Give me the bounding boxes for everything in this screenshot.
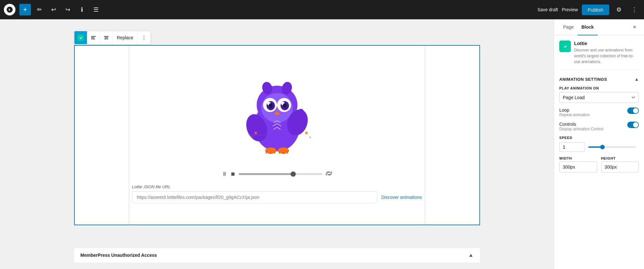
svg-rect-2 (91, 37, 94, 38)
more-block-options-button[interactable]: ⋮ (138, 31, 150, 44)
memberpress-section: MemberPress Unauthorized Access ▲ (74, 247, 480, 263)
progress-track[interactable] (239, 173, 322, 175)
lottie-block: ⏸ ⏹ (74, 45, 480, 225)
block-wrapper: Replace ⋮ (74, 45, 480, 225)
speed-label: Speed (559, 136, 639, 140)
speed-input[interactable] (559, 142, 585, 152)
svg-point-19 (283, 103, 287, 108)
loop-label: Loop (559, 107, 590, 113)
undo-button[interactable]: ↩ (48, 4, 59, 15)
speed-row: Speed (559, 136, 639, 152)
play-on-select[interactable]: Page Load Hover Click None (559, 92, 639, 103)
discover-animations-link[interactable]: Discover animations (381, 195, 422, 200)
url-area: Lottie JSON file URL Discover animations (132, 184, 422, 203)
editor-area: Replace ⋮ (0, 19, 554, 269)
svg-rect-5 (105, 37, 108, 38)
redo-button[interactable]: ↪ (62, 4, 73, 15)
save-draft-button[interactable]: Save draft (537, 7, 558, 12)
svg-rect-4 (104, 36, 109, 37)
height-input[interactable] (601, 162, 639, 172)
animation-settings-section: Animation Settings ▲ PLAY ANIMATION ON P… (559, 77, 639, 172)
svg-rect-38 (562, 43, 568, 50)
loop-toggle-row: Loop Repeat animation (559, 107, 639, 117)
loop-sublabel: Repeat animation (559, 113, 590, 117)
url-label: Lottie JSON file URL (132, 184, 422, 189)
preview-button[interactable]: Preview (562, 7, 578, 12)
block-toolbar: Replace ⋮ (74, 31, 151, 44)
stop-button[interactable]: ⏹ (230, 171, 235, 177)
url-input[interactable] (132, 191, 378, 203)
top-toolbar: + ✏ ↩ ↪ ℹ ☰ Save draft Preview Publish ⚙… (0, 0, 644, 19)
wp-logo (4, 4, 15, 15)
memberpress-bar[interactable]: MemberPress Unauthorized Access ▲ (81, 248, 474, 263)
svg-point-18 (268, 103, 273, 108)
controls-toggle-row: Controls Display animation Control (559, 122, 639, 131)
align-center-button[interactable] (100, 31, 113, 44)
tab-page[interactable]: Page (559, 19, 578, 35)
svg-rect-3 (91, 39, 95, 39)
animation-controls: ⏸ ⏹ (222, 170, 332, 178)
dimension-row: Width Height (559, 156, 639, 172)
width-input[interactable] (559, 162, 597, 172)
publish-button[interactable]: Publish (582, 5, 609, 15)
edit-mode-button[interactable]: ✏ (34, 4, 45, 15)
width-label: Width (559, 156, 597, 160)
svg-point-29 (297, 109, 304, 119)
tab-block[interactable]: Block (578, 19, 598, 35)
add-block-button[interactable]: + (19, 4, 31, 15)
list-view-button[interactable]: ☰ (90, 4, 102, 15)
height-label: Height (601, 156, 639, 160)
replace-button[interactable]: Replace (113, 31, 138, 44)
controls-toggle[interactable] (627, 122, 639, 128)
collapse-button[interactable]: ▲ (634, 77, 639, 82)
align-left-button[interactable] (87, 31, 100, 44)
main-area: Replace ⋮ (0, 19, 644, 269)
pause-button[interactable]: ⏸ (222, 171, 227, 177)
block-description: Discover and use animations from world's… (574, 47, 639, 65)
settings-button[interactable]: ⚙ (613, 4, 625, 15)
sidebar-close-button[interactable]: × (630, 21, 639, 33)
sidebar-content: Lottie Discover and use animations from … (554, 35, 644, 184)
block-name: Lottie (574, 41, 639, 46)
loop-toggle[interactable] (627, 107, 639, 114)
right-sidebar: Page Block × Lottie Discover and use ani… (554, 19, 644, 269)
svg-rect-0 (77, 34, 84, 41)
animation-settings-title: Animation Settings (559, 77, 607, 82)
sidebar-tabs: Page Block × (554, 19, 644, 35)
play-on-label: PLAY ANIMATION ON (559, 86, 639, 90)
owl-animation (229, 67, 325, 164)
controls-sublabel: Display animation Control (559, 127, 603, 131)
memberpress-label: MemberPress Unauthorized Access (81, 253, 157, 258)
block-info: Lottie Discover and use animations from … (559, 41, 639, 70)
speed-slider[interactable] (588, 146, 636, 148)
lottie-block-icon-button[interactable] (74, 31, 87, 44)
loop-button[interactable] (326, 170, 332, 178)
svg-rect-1 (91, 36, 96, 37)
controls-label: Controls (559, 122, 603, 127)
info-button[interactable]: ℹ (76, 4, 88, 15)
svg-rect-6 (104, 39, 108, 39)
block-icon (559, 41, 571, 52)
chevron-up-icon: ▲ (468, 252, 474, 258)
more-options-button[interactable]: ⋮ (629, 4, 640, 15)
